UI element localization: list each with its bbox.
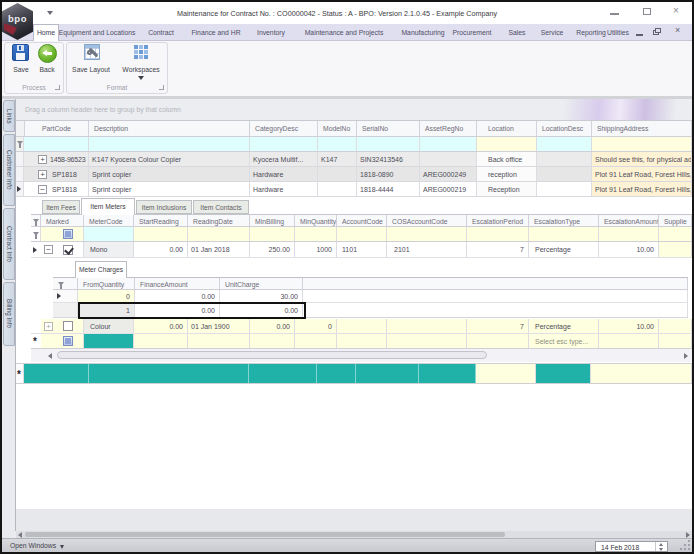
mono-accountcode[interactable]: 1101 — [337, 242, 387, 257]
newrow-accountcode[interactable] — [337, 334, 387, 348]
mdi-close-button[interactable]: × — [675, 25, 680, 36]
row1-location[interactable]: Back office — [477, 152, 537, 166]
meters-filter-minquantity[interactable] — [295, 227, 337, 241]
equipment-newrow-modelno[interactable] — [317, 364, 356, 383]
meters-column-minbilling[interactable]: MinBilling — [250, 215, 295, 226]
newrow-minbilling[interactable] — [250, 334, 295, 348]
group-by-band[interactable]: Drag a column header here to group by th… — [16, 99, 692, 121]
charges-row1-fromquantity[interactable]: 0 — [78, 290, 135, 302]
date-spin-up-icon[interactable] — [659, 543, 663, 546]
tab-service[interactable]: Service — [541, 29, 564, 37]
equipment-newrow-location[interactable] — [476, 364, 536, 383]
row3-collapse-icon[interactable] — [38, 185, 47, 194]
meters-scroll-left-icon[interactable] — [48, 353, 52, 359]
equipment-newrow-locationdesc[interactable] — [536, 364, 591, 383]
row3-assetregno[interactable]: AREG000219 — [420, 182, 477, 196]
equipment-newrow-partcode[interactable] — [24, 364, 89, 383]
filter-cell-modelno[interactable] — [318, 137, 357, 151]
meters-column-supplier[interactable]: Supplie — [659, 215, 692, 226]
filter-cell-locationdesc[interactable] — [537, 137, 592, 151]
row2-locationdesc[interactable] — [537, 167, 592, 181]
filter-cell-assetregno[interactable] — [420, 137, 477, 151]
row3-serialno[interactable]: 1818-4444 — [357, 182, 420, 196]
meters-filter-supplier[interactable] — [659, 227, 692, 241]
equipment-hscrollbar[interactable] — [16, 531, 692, 538]
filter-cell-categorydesc[interactable] — [250, 137, 318, 151]
meters-column-accountcode[interactable]: AccountCode — [337, 215, 387, 226]
meters-filter-escalationtype[interactable] — [529, 227, 599, 241]
colour-minquantity[interactable]: 0 — [295, 319, 337, 333]
filter-cell-location[interactable] — [477, 137, 537, 151]
tab-contract[interactable]: Contract — [148, 29, 174, 37]
meters-filter-escalationperiod[interactable] — [467, 227, 529, 241]
newrow-metercode[interactable] — [84, 334, 134, 348]
column-header-description[interactable]: Description — [89, 121, 250, 136]
meters-column-cosaccountcode[interactable]: COSAccountCode — [387, 215, 467, 226]
meters-row-mono[interactable]: Mono 0.00 01 Jan 2018 250.00 1000 1101 2… — [31, 242, 692, 258]
newrow-marked-checkbox-icon[interactable] — [63, 336, 73, 346]
row1-shippingaddress[interactable]: Should see this, for physical ad — [592, 152, 692, 166]
column-header-categorydesc[interactable]: CategoryDesc — [250, 121, 318, 136]
colour-escalationtype[interactable]: Percentage — [529, 319, 599, 333]
mono-escalationamount[interactable]: 10.00 — [599, 242, 659, 257]
meters-column-minquantity[interactable]: MinQuantity — [295, 215, 337, 226]
colour-minbilling[interactable]: 0.00 — [250, 319, 295, 333]
mono-minbilling[interactable]: 250.00 — [250, 242, 295, 257]
row1-expand-icon[interactable] — [38, 155, 47, 164]
row2-serialno[interactable]: 1818-0890 — [357, 167, 420, 181]
meters-column-escalationtype[interactable]: EscalationType — [529, 215, 599, 226]
row3-description[interactable]: Sprint copier — [89, 182, 250, 196]
tab-inventory[interactable]: Inventory — [257, 29, 285, 37]
equipment-newrow-description[interactable] — [89, 364, 249, 383]
maximize-button[interactable] — [643, 8, 651, 15]
save-button[interactable]: Save — [6, 43, 34, 79]
colour-marked-checkbox[interactable] — [63, 321, 73, 331]
meters-column-escalationperiod[interactable]: EscalationPeriod — [467, 215, 529, 226]
quick-access-dropdown-icon[interactable] — [47, 11, 53, 15]
tab-sales[interactable]: Sales — [508, 29, 525, 37]
colour-startreading[interactable]: 0.00 — [134, 319, 188, 333]
newrow-cosaccountcode[interactable] — [387, 334, 467, 348]
meters-new-row[interactable]: Select esc type... — [31, 334, 692, 349]
meters-filter-cosaccountcode[interactable] — [387, 227, 467, 241]
column-header-partcode[interactable]: PartCode — [24, 121, 89, 136]
equipment-newrow-shippingaddress[interactable] — [591, 364, 692, 383]
charges-row1-unitcharge[interactable]: 30.00 — [220, 290, 303, 302]
filter-cell-description[interactable] — [89, 137, 250, 151]
newrow-escalationamount[interactable] — [599, 334, 659, 348]
detail-tab-item-contacts[interactable]: Item Contacts — [193, 200, 249, 214]
equipment-row-2[interactable]: SP1818 Sprint copier Hardware 1818-0890 … — [0, 167, 692, 182]
open-windows-button[interactable]: Open Windows — [10, 542, 56, 550]
charges-row1-financeamount[interactable]: 0.00 — [135, 290, 220, 302]
meters-filter-escalationamount[interactable] — [599, 227, 659, 241]
close-button[interactable]: × — [673, 5, 679, 17]
newrow-escalationperiod[interactable] — [467, 334, 529, 348]
tab-maintenance-and-projects[interactable]: Maintenance and Projects — [305, 29, 384, 37]
colour-expand-icon[interactable] — [44, 322, 53, 331]
row3-modelno[interactable] — [318, 182, 357, 196]
colour-accountcode[interactable] — [337, 319, 387, 333]
charges-column-unitcharge[interactable]: UnitCharge — [220, 278, 303, 289]
mono-marked-checkbox[interactable] — [63, 245, 73, 255]
row2-expand-icon[interactable] — [38, 170, 47, 179]
newrow-startreading[interactable] — [134, 334, 188, 348]
row2-description[interactable]: Sprint copier — [89, 167, 250, 181]
equipment-scroll-thumb[interactable] — [25, 532, 505, 537]
row2-location[interactable]: reception — [477, 167, 537, 181]
column-header-assetregno[interactable]: AssetRegNo — [420, 121, 477, 136]
mono-collapse-icon[interactable] — [44, 245, 53, 254]
equipment-newrow-categorydesc[interactable] — [249, 364, 317, 383]
meters-filter-minbilling[interactable] — [250, 227, 295, 241]
workspaces-button[interactable]: Workspaces — [116, 43, 166, 83]
tab-utilities[interactable]: Utilities — [607, 29, 629, 37]
equipment-new-row[interactable] — [0, 363, 692, 384]
column-header-modelno[interactable]: ModelNo — [318, 121, 357, 136]
meters-hscrollbar[interactable] — [31, 349, 692, 362]
mono-cosaccountcode[interactable]: 2101 — [387, 242, 467, 257]
detail-tab-item-fees[interactable]: Item Fees — [42, 200, 80, 214]
meters-filter-metercode[interactable] — [84, 227, 134, 241]
sidebar-tab-customer-info[interactable]: Customer Info — [3, 134, 15, 206]
mono-startreading[interactable]: 0.00 — [134, 242, 188, 257]
row2-modelno[interactable] — [318, 167, 357, 181]
meters-column-marked[interactable]: Marked — [41, 215, 84, 226]
